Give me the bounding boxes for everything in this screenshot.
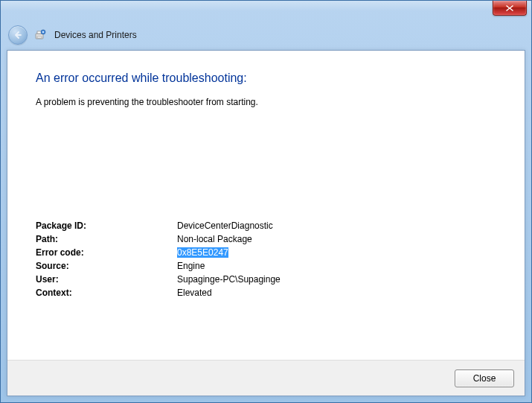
detail-value: Elevated bbox=[177, 286, 496, 299]
footer: Close bbox=[7, 360, 525, 396]
detail-row-path: Path: Non-local Package bbox=[36, 232, 496, 246]
error-code-value-selected[interactable]: 0x8E5E0247 bbox=[177, 247, 228, 258]
detail-value: Engine bbox=[177, 259, 496, 273]
detail-row-user: User: Supaginge-PC\Supaginge bbox=[36, 273, 496, 286]
detail-label: Source: bbox=[36, 259, 177, 273]
detail-row-package-id: Package ID: DeviceCenterDiagnostic bbox=[36, 219, 496, 232]
detail-row-error-code: Error code: 0x8E5E0247 bbox=[36, 246, 496, 259]
main-panel: An error occurred while troubleshooting:… bbox=[7, 50, 525, 396]
devices-printers-icon bbox=[35, 29, 47, 41]
detail-value: DeviceCenterDiagnostic bbox=[177, 219, 496, 232]
window-close-button[interactable] bbox=[493, 1, 527, 16]
arrow-left-icon bbox=[13, 30, 23, 40]
close-icon bbox=[505, 4, 514, 12]
detail-value: Non-local Package bbox=[177, 232, 496, 246]
svg-rect-2 bbox=[37, 37, 42, 38]
detail-value: 0x8E5E0247 bbox=[177, 246, 496, 259]
breadcrumb-text: Devices and Printers bbox=[54, 30, 137, 40]
detail-label: Context: bbox=[36, 286, 177, 299]
content-area: An error occurred while troubleshooting:… bbox=[7, 51, 525, 299]
error-message: A problem is preventing the troubleshoot… bbox=[36, 97, 496, 107]
detail-label: User: bbox=[36, 273, 177, 286]
error-title: An error occurred while troubleshooting: bbox=[36, 72, 496, 85]
close-button[interactable]: Close bbox=[455, 369, 514, 387]
detail-label: Error code: bbox=[36, 246, 177, 259]
title-bar bbox=[1, 1, 531, 22]
error-details: Package ID: DeviceCenterDiagnostic Path:… bbox=[36, 219, 496, 299]
svg-point-4 bbox=[42, 31, 44, 33]
back-button[interactable] bbox=[8, 25, 28, 45]
detail-label: Path: bbox=[36, 232, 177, 246]
detail-label: Package ID: bbox=[36, 219, 177, 232]
detail-value: Supaginge-PC\Supaginge bbox=[177, 273, 496, 286]
detail-row-source: Source: Engine bbox=[36, 259, 496, 273]
detail-row-context: Context: Elevated bbox=[36, 286, 496, 299]
header-bar: Devices and Printers bbox=[1, 22, 531, 48]
